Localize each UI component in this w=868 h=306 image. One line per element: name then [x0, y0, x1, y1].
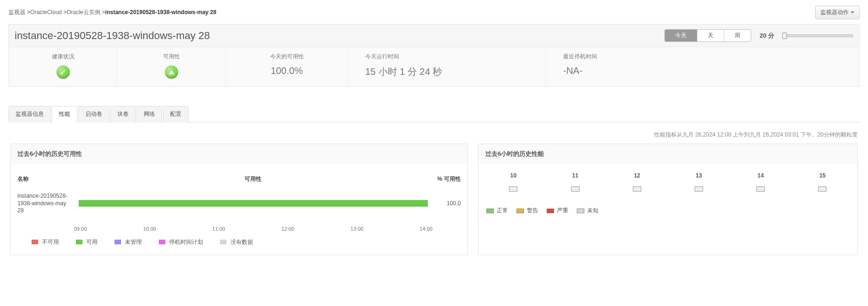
- swatch-critical: [547, 209, 554, 213]
- detail-tabs: 监视器信息 性能 启动卷 块卷 网络 配置: [8, 105, 860, 122]
- granularity-label: 20 分: [760, 32, 774, 40]
- availability-row-percent: 100.0: [433, 200, 461, 207]
- legend-warning: 警告: [527, 207, 538, 214]
- monitor-actions-button[interactable]: 监视器动作: [815, 6, 860, 19]
- breadcrumb-link[interactable]: Oracle云实例: [66, 9, 100, 16]
- perf-hour: 10: [510, 172, 516, 179]
- availability-bar: [79, 200, 428, 207]
- legend-critical: 严重: [557, 207, 568, 214]
- tab-network[interactable]: 网络: [137, 106, 162, 122]
- axis-tick: 13:00: [351, 226, 364, 232]
- swatch-downtime-plan: [159, 240, 165, 244]
- range-today-button[interactable]: 今天: [665, 30, 697, 41]
- health-label: 健康状况: [20, 53, 106, 61]
- breadcrumb-link[interactable]: 监视器: [8, 9, 25, 16]
- tab-block-volume[interactable]: 块卷: [110, 106, 136, 122]
- uptime-value: 15 小时 1 分 24 秒: [365, 65, 534, 78]
- performance-status-row: [479, 184, 857, 204]
- breadcrumb: 监视器 >OracleCloud >Oracle云实例 >instance-20…: [8, 8, 216, 16]
- tab-performance[interactable]: 性能: [52, 106, 77, 122]
- legend-downtime-plan: 停机时间计划: [169, 238, 203, 246]
- axis-tick: 12:00: [281, 226, 295, 232]
- perf-status-box[interactable]: [633, 186, 641, 192]
- legend-nodata: 没有数据: [230, 238, 253, 246]
- tab-boot-volume[interactable]: 启动卷: [78, 106, 109, 122]
- axis-tick: 10:00: [143, 226, 156, 232]
- swatch-nodata: [220, 240, 227, 244]
- performance-hours-row: 10 11 12 13 14 15: [479, 164, 857, 184]
- perf-status-box[interactable]: [695, 186, 703, 192]
- swatch-warning: [516, 209, 524, 213]
- availability-history-title: 过去6小时的历史可用性: [11, 144, 467, 164]
- swatch-unavailable: [32, 240, 38, 244]
- availability-history-card: 过去6小时的历史可用性 名称 可用性 % 可用性 instance-201905…: [10, 144, 468, 255]
- swatch-available: [76, 240, 82, 244]
- col-name-header: 名称: [17, 169, 74, 190]
- today-availability-label: 今天的可用性: [237, 53, 336, 61]
- tab-monitor-info[interactable]: 监视器信息: [8, 106, 51, 122]
- axis-tick: 09:00: [74, 226, 87, 232]
- axis-tick: 14:00: [419, 226, 433, 232]
- monitor-actions-label: 监视器动作: [820, 8, 849, 16]
- availability-legend: 不可用 可用 未管理 停机时间计划 没有数据: [17, 238, 461, 246]
- legend-normal: 正常: [497, 207, 508, 214]
- perf-status-box[interactable]: [571, 186, 580, 192]
- legend-unknown: 未知: [587, 207, 598, 214]
- perf-status-box[interactable]: [818, 186, 827, 192]
- axis-tick: 11:00: [212, 226, 225, 232]
- caret-down-icon: [851, 11, 854, 14]
- downtime-value: -NA-: [563, 65, 848, 76]
- col-availability-header: 可用性: [79, 169, 428, 190]
- metric-range-info: 性能指标从九月 26,2024 12:00 上午到九月 26,2024 03:0…: [10, 131, 858, 139]
- perf-hour: 13: [696, 172, 702, 179]
- performance-legend: 正常 警告 严重 未知: [479, 204, 857, 223]
- performance-history-title: 过去6小时的历史性能: [479, 144, 857, 164]
- tab-config[interactable]: 配置: [163, 106, 188, 122]
- perf-status-box[interactable]: [756, 186, 765, 192]
- perf-hour: 14: [758, 172, 764, 179]
- availability-up-icon: [165, 65, 178, 79]
- health-ok-icon: [57, 65, 70, 79]
- swatch-unmanaged: [115, 240, 121, 244]
- breadcrumb-link[interactable]: OracleCloud: [30, 9, 62, 16]
- downtime-label: 最近停机时间: [563, 53, 848, 61]
- granularity-slider[interactable]: [783, 34, 853, 37]
- slider-thumb[interactable]: [782, 32, 787, 39]
- summary-panel: instance-20190528-1938-windows-may 28 今天…: [8, 24, 860, 87]
- availability-time-axis: 09:00 10:00 11:00 12:00 13:00 14:00: [74, 226, 461, 232]
- col-percent-header: % 可用性: [433, 169, 461, 190]
- page-title: instance-20190528-1938-windows-may 28: [15, 30, 210, 42]
- swatch-unknown: [577, 209, 584, 213]
- legend-unmanaged: 未管理: [125, 238, 142, 246]
- legend-available: 可用: [86, 238, 98, 246]
- perf-hour: 12: [634, 172, 640, 179]
- breadcrumb-current: instance-20190528-1938-windows-may 28: [105, 9, 216, 16]
- perf-hour: 11: [572, 172, 578, 179]
- legend-unavailable: 不可用: [42, 238, 59, 246]
- range-day-button[interactable]: 天: [697, 30, 724, 41]
- performance-history-card: 过去6小时的历史性能 10 11 12 13 14 15 正常 警告: [478, 144, 858, 255]
- range-week-button[interactable]: 周: [724, 30, 751, 41]
- availability-row-name: instance-20190528-1938-windows-may 28: [17, 190, 74, 217]
- swatch-normal: [486, 209, 494, 213]
- time-range-segment: 今天 天 周: [664, 29, 751, 42]
- availability-label: 可用性: [129, 53, 214, 61]
- perf-status-box[interactable]: [509, 186, 517, 192]
- today-availability-value: 100.0%: [237, 65, 336, 76]
- perf-hour: 15: [819, 172, 826, 179]
- uptime-label: 今天运行时间: [365, 53, 534, 61]
